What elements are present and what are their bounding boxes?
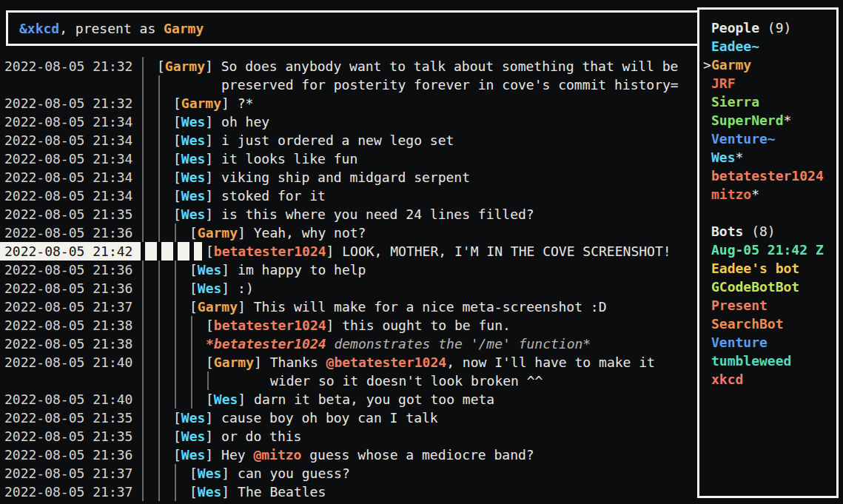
nick-bracket: ] — [205, 58, 221, 74]
bots-item[interactable]: Aug-05 21:42 Z — [703, 241, 836, 259]
marker-spacer — [703, 111, 711, 130]
nick-bracket: ] — [221, 484, 238, 500]
marker-spacer — [703, 19, 711, 37]
nick-bracket: ] — [205, 206, 221, 222]
message-row[interactable]: 2022-08-05 21:36[Wes] Hey @mitzo guess w… — [0, 446, 694, 464]
people-item[interactable]: Eadee~ — [703, 37, 836, 56]
message-row[interactable]: 2022-08-05 21:34[Wes] i just ordered a n… — [0, 131, 694, 149]
nick: betatester1024 — [214, 243, 326, 259]
bots-item[interactable]: xkcd — [703, 370, 836, 389]
nick-bracket: [ — [173, 114, 181, 130]
people-item-label: Garmy — [711, 56, 751, 74]
people-item[interactable]: Wes* — [703, 148, 836, 167]
message-text: [Wes] viking ship and midgard serpent — [173, 168, 470, 187]
message-segment: im happy to help — [238, 262, 366, 278]
message-row[interactable]: 2022-08-05 21:32[Garmy] ?* — [0, 94, 694, 112]
message-row[interactable]: 2022-08-05 21:37[Wes] can you guess? — [0, 464, 694, 483]
people-item[interactable]: JRF — [703, 74, 836, 93]
nick: Wes — [181, 188, 206, 204]
message-segment: is this where you need 24 lines filled? — [221, 206, 534, 222]
people-item-label: Venture — [711, 130, 768, 148]
selected-marker: > — [703, 56, 711, 74]
people-item[interactable]: Sierra — [703, 93, 836, 111]
nick-bracket: [ — [206, 243, 214, 259]
message-row[interactable]: 2022-08-05 21:36[Wes] im happy to help — [0, 261, 694, 279]
thread-guide-line — [175, 224, 176, 242]
timestamp: 2022-08-05 21:37 — [0, 298, 141, 316]
bots-item[interactable]: Eadee's bot — [703, 259, 836, 278]
message-row[interactable]: 2022-08-05 21:40[Garmy] Thanks @betatest… — [0, 353, 694, 372]
message-text: [Garmy] Thanks @betatester1024, now I'll… — [206, 353, 655, 372]
bots-item[interactable]: SearchBot — [703, 315, 836, 333]
bots-header-count: (8) — [743, 222, 775, 241]
bots-item[interactable]: Venture — [703, 333, 836, 352]
status-suffix: * — [784, 111, 792, 130]
nick-bracket: ] — [205, 151, 221, 167]
people-item[interactable]: betatester1024 — [703, 167, 836, 185]
nick: Wes — [198, 466, 222, 481]
user-sidebar: People (9) Eadee~>Garmy JRF Sierra Super… — [697, 7, 839, 498]
people-item-label: JRF — [711, 74, 736, 93]
marker-spacer — [703, 148, 711, 167]
timestamp: 2022-08-05 21:35 — [0, 427, 141, 446]
nick: Wes — [181, 169, 206, 185]
message-row[interactable]: 2022-08-05 21:38[betatester1024] this ou… — [0, 316, 694, 335]
nick-bracket: [ — [189, 299, 198, 315]
timestamp: 2022-08-05 21:40 — [0, 353, 141, 372]
message-row[interactable]: 2022-08-05 21:34[Wes] stoked for it — [0, 187, 694, 205]
message-text: [Wes] stoked for it — [173, 187, 326, 205]
bots-item[interactable]: Present — [703, 296, 836, 315]
nick: Wes — [198, 262, 222, 278]
bots-item-label: Present — [711, 296, 768, 315]
message-row[interactable]: 2022-08-05 21:34[Wes] viking ship and mi… — [0, 168, 694, 187]
nick-bracket: ] — [326, 243, 343, 259]
sidebar-spacer — [703, 204, 836, 222]
nick: Garmy — [214, 355, 254, 370]
message-wrap-row[interactable]: wider so it doesn't look broken ^^ — [0, 372, 694, 390]
marker-spacer — [703, 296, 711, 315]
people-item-label: Sierra — [711, 93, 759, 111]
message-text: [Wes] Hey @mitzo guess whose a mediocre … — [173, 446, 534, 464]
thread-guide-line — [158, 261, 160, 501]
message-row[interactable]: 2022-08-05 21:36[Wes] :) — [0, 279, 694, 298]
nick-bracket: [ — [173, 132, 181, 148]
message-wrap-row[interactable]: preserved for posterity forever in cove'… — [0, 75, 694, 94]
bots-item[interactable]: GCodeBotBot — [703, 278, 836, 296]
marker-spacer — [703, 333, 711, 352]
nick-bracket: ] — [221, 262, 238, 278]
nick-bracket: ] — [221, 280, 238, 296]
people-item[interactable]: SuperNerd* — [703, 111, 836, 130]
nick: Garmy — [165, 58, 205, 74]
message-row[interactable]: 2022-08-05 21:42[betatester1024] LOOK, M… — [0, 242, 694, 261]
nick-bracket: ] — [238, 392, 254, 407]
message-row[interactable]: 2022-08-05 21:34[Wes] oh hey — [0, 112, 694, 131]
people-item[interactable]: >Garmy — [703, 56, 836, 74]
message-text: [Wes] :) — [189, 279, 254, 298]
people-item[interactable]: Venture~ — [703, 130, 836, 148]
message-text: wider so it doesn't look broken ^^ — [270, 372, 543, 390]
message-row[interactable]: 2022-08-05 21:37[Garmy] This will make f… — [0, 298, 694, 316]
thread-guide-line — [158, 75, 160, 242]
marker-spacer — [703, 185, 711, 204]
people-item[interactable]: mitzo* — [703, 185, 836, 204]
message-row[interactable]: 2022-08-05 21:35[Wes] cause boy oh boy c… — [0, 409, 694, 427]
message-text: [Garmy] So does anybody want to talk abo… — [157, 57, 678, 75]
message-row[interactable]: 2022-08-05 21:35[Wes] is this where you … — [0, 205, 694, 224]
timestamp: 2022-08-05 21:34 — [0, 187, 141, 205]
nick-bracket: ] — [326, 317, 343, 333]
message-text: *betatester1024 demonstrates the '/me' f… — [206, 335, 591, 353]
message-row[interactable]: 2022-08-05 21:37[Wes] The Beatles — [0, 483, 694, 501]
message-row[interactable]: 2022-08-05 21:34[Wes] it looks like fun — [0, 149, 694, 168]
nick-bracket: ] — [221, 95, 238, 111]
action-row[interactable]: 2022-08-05 21:38*betatester1024 demonstr… — [0, 335, 694, 353]
message-segment: viking ship and midgard serpent — [221, 169, 470, 185]
message-row[interactable]: 2022-08-05 21:32[Garmy] So does anybody … — [0, 57, 694, 75]
bots-item[interactable]: tumbleweed — [703, 352, 836, 370]
message-segment: So does anybody want to talk about somet… — [221, 58, 679, 74]
message-text: preserved for posterity forever in cove'… — [221, 75, 679, 94]
message-row[interactable]: 2022-08-05 21:35[Wes] or do this — [0, 427, 694, 446]
message-row[interactable]: 2022-08-05 21:40[Wes] darn it beta, you … — [0, 390, 694, 409]
message-segment: guess whose a mediocre band? — [301, 447, 534, 463]
message-segment: darn it beta, you got too meta — [254, 392, 494, 407]
message-row[interactable]: 2022-08-05 21:36[Garmy] Yeah, why not? — [0, 224, 694, 242]
